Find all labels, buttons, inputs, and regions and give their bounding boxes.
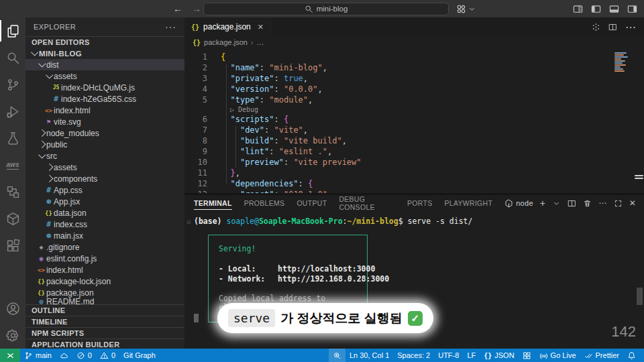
server-url[interactable]: http://192.168.0.28:3000 bbox=[278, 274, 389, 284]
status-0[interactable]: 0 bbox=[72, 349, 96, 362]
folder-dist[interactable]: dist bbox=[25, 59, 184, 70]
panel-tab-ports[interactable]: PORTS bbox=[407, 199, 432, 207]
command-center-search[interactable]: mini-blog bbox=[203, 3, 449, 15]
status-ln-30-col-1[interactable]: Ln 30, Col 1 bbox=[345, 349, 393, 362]
more-actions-icon[interactable]: ⋯ bbox=[625, 21, 636, 34]
section-open-editors[interactable]: OPEN EDITORS bbox=[25, 36, 184, 48]
file-index-hzega56s.css[interactable]: #index-hZeGa56S.css bbox=[25, 93, 184, 105]
folder-assets[interactable]: assets bbox=[25, 70, 184, 82]
codelens-debug[interactable]: ▷ Debug bbox=[184, 105, 644, 114]
status-cloud[interactable] bbox=[56, 349, 72, 362]
section-label: OUTLINE bbox=[32, 306, 65, 314]
chevron-down-icon[interactable] bbox=[552, 199, 561, 208]
status-grid[interactable] bbox=[519, 349, 535, 362]
apps-grid-icon[interactable] bbox=[456, 4, 466, 14]
layout-panel-icon[interactable] bbox=[609, 4, 619, 14]
file-index-dhclqumg.js[interactable]: JSindex-DHcLQuMG.js bbox=[25, 82, 184, 93]
section-application-builder[interactable]: APPLICATION BUILDER bbox=[25, 339, 184, 349]
section-label: OPEN EDITORS bbox=[32, 38, 90, 46]
split-icon[interactable] bbox=[568, 199, 576, 208]
folder-components[interactable]: components bbox=[25, 173, 184, 184]
status-go-live[interactable]: Go Live bbox=[535, 349, 580, 362]
folder-src[interactable]: src bbox=[25, 150, 184, 162]
activity-item-testing[interactable] bbox=[0, 125, 25, 152]
section-timeline[interactable]: TIMELINE bbox=[25, 316, 184, 327]
activity-item-extensions[interactable] bbox=[0, 232, 25, 259]
run-debug-icon bbox=[6, 105, 20, 119]
shell-selector[interactable]: node bbox=[504, 199, 533, 208]
activity-item-search[interactable] bbox=[0, 44, 25, 71]
file-eslint.config.js[interactable]: ◉eslint.config.js bbox=[25, 253, 184, 264]
forward-arrow-icon[interactable]: → bbox=[192, 3, 201, 14]
folder-mini-blog[interactable]: MINI-BLOG bbox=[25, 48, 184, 59]
status-label: UTF-8 bbox=[438, 351, 459, 359]
file-data.json[interactable]: {}data.json bbox=[25, 207, 184, 219]
panel-tab-terminal[interactable]: TERMINAL bbox=[194, 199, 232, 210]
file-vite.svg[interactable]: ⚑vite.svg bbox=[25, 116, 184, 127]
status-label: Spaces: 2 bbox=[397, 351, 430, 359]
panel-tab-output[interactable]: OUTPUT bbox=[297, 199, 327, 207]
panel-tab-playwright[interactable]: PLAYWRIGHT bbox=[445, 199, 493, 207]
activity-item-settings[interactable] bbox=[0, 322, 25, 349]
sash-handle[interactable] bbox=[635, 175, 643, 176]
activity-item-account[interactable] bbox=[0, 295, 25, 322]
activity-item-source-control[interactable] bbox=[0, 71, 25, 98]
file-app.jsx[interactable]: ⊛App.jsx bbox=[25, 196, 184, 207]
more-actions-icon[interactable]: ⋯ bbox=[598, 198, 606, 208]
panel-scrollbar-thumb[interactable] bbox=[637, 288, 643, 305]
activity-item-infrastructure[interactable] bbox=[0, 178, 25, 205]
section-npm-scripts[interactable]: NPM SCRIPTS bbox=[25, 327, 184, 339]
status-utf-8[interactable]: UTF-8 bbox=[434, 349, 463, 362]
file-index.html[interactable]: <>index.html bbox=[25, 264, 184, 276]
status-spaces-2[interactable]: Spaces: 2 bbox=[393, 349, 434, 362]
chevron-down-icon bbox=[38, 151, 46, 158]
customize-layout-icon[interactable] bbox=[573, 4, 583, 14]
activity-item-explorer[interactable] bbox=[0, 17, 25, 44]
panel-tab-debug-console[interactable]: DEBUG CONSOLE bbox=[339, 195, 395, 211]
status-git-graph[interactable]: Git Graph bbox=[119, 349, 160, 362]
folder-assets[interactable]: assets bbox=[25, 162, 184, 173]
file-readme.md[interactable]: ◍README.md bbox=[25, 298, 184, 304]
breadcrumb[interactable]: {} package.json › … bbox=[184, 36, 644, 48]
file-package-lock.json[interactable]: {}package-lock.json bbox=[25, 276, 184, 287]
file-index.html[interactable]: <>index.html bbox=[25, 105, 184, 116]
new-terminal-icon[interactable]: + bbox=[540, 198, 545, 208]
panel-tab-problems[interactable]: PROBLEMS bbox=[244, 199, 285, 207]
code-line-9: 9 "lint": "eslint .", bbox=[184, 146, 644, 157]
layout-sidebar-left-icon[interactable] bbox=[591, 4, 601, 14]
file-app.css[interactable]: #App.css bbox=[25, 184, 184, 196]
server-url[interactable]: http://localhost:3000 bbox=[278, 264, 375, 274]
tab-package-json[interactable]: {} package.json ✕ bbox=[184, 17, 271, 36]
activity-item-run-debug[interactable] bbox=[0, 98, 25, 125]
status-lf[interactable]: LF bbox=[463, 349, 480, 362]
folder-node_modules[interactable]: node_modules bbox=[25, 127, 184, 139]
folder-public[interactable]: public bbox=[25, 139, 184, 150]
activity-item-package[interactable] bbox=[0, 205, 25, 232]
code-editor[interactable]: 1{2 "name": "mini-blog",3 "private": tru… bbox=[184, 48, 644, 195]
command-decoration-icon[interactable]: ○ bbox=[187, 219, 194, 225]
split-icon[interactable] bbox=[608, 23, 617, 32]
section-outline[interactable]: OUTLINE bbox=[25, 304, 184, 316]
activity-item-aws[interactable]: aws bbox=[0, 152, 25, 178]
status-0[interactable]: 0 bbox=[96, 349, 119, 362]
file-main.jsx[interactable]: ⊛main.jsx bbox=[25, 230, 184, 241]
file-.gitignore[interactable]: ◈.gitignore bbox=[25, 241, 184, 253]
layout-sidebar-right-icon[interactable] bbox=[627, 4, 637, 14]
file-index.css[interactable]: #index.css bbox=[25, 219, 184, 230]
minimap[interactable] bbox=[614, 52, 632, 72]
status-zoom[interactable] bbox=[329, 349, 345, 362]
back-arrow-icon[interactable]: ← bbox=[173, 3, 182, 14]
close-panel-icon[interactable]: ✕ bbox=[629, 198, 636, 208]
close-tab-icon[interactable]: ✕ bbox=[258, 23, 264, 32]
status-bell[interactable] bbox=[623, 349, 640, 362]
tree-item-label: index-hZeGa56S.css bbox=[61, 95, 136, 104]
maximize-icon[interactable] bbox=[614, 199, 623, 208]
dotted-circle-icon[interactable] bbox=[592, 23, 600, 32]
explorer-more-icon[interactable]: ··· bbox=[165, 21, 176, 32]
status-main[interactable]: main bbox=[20, 349, 56, 362]
status-json[interactable]: {}JSON bbox=[480, 349, 518, 362]
remote-indicator[interactable] bbox=[0, 349, 20, 362]
status-prettier[interactable]: Prettier bbox=[580, 349, 623, 362]
file-package.json[interactable]: {}package.json bbox=[25, 287, 184, 298]
trash-icon[interactable] bbox=[583, 199, 592, 208]
